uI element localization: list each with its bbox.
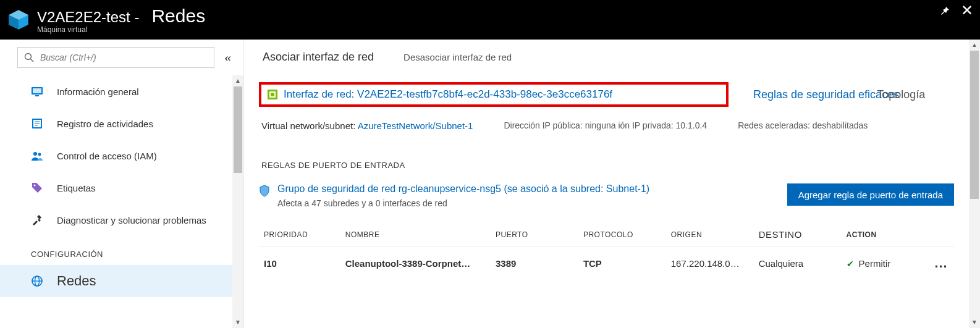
nic-info-row: Virtual network/subnet: AzureTestNetwork… [259,120,954,131]
collapse-icon[interactable]: « [219,49,236,65]
resource-name: V2AE2E2-test - [37,9,139,26]
main-content: Asociar interfaz de red Desasociar inter… [244,40,969,328]
search-icon [24,53,34,62]
svg-point-15 [34,185,36,187]
col-protocol: Protocolo [578,223,666,246]
nav-iam[interactable]: Control de acceso (IAM) [0,140,232,172]
nic-highlight-box: Interfaz de red: V2AE2E2-testfb7c8bf4-ec… [259,82,729,107]
link-nsg[interactable]: Grupo de seguridad de red rg-cleanupserv… [277,183,649,195]
scroll-thumb[interactable] [234,86,242,173]
col-name: Nombre [340,223,491,246]
sidebar-scrollbar[interactable]: ▲ ▼ [232,75,243,328]
network-icon [31,275,43,287]
col-port: Puerto [491,223,578,246]
log-icon [31,117,43,130]
nav-diagnose[interactable]: Diagnosticar y solucionar problemas [0,204,232,236]
table-row[interactable]: I10 Cleanuptool-3389-Corpnet… 3389 TCP 1… [259,246,954,280]
nav-tags[interactable]: Etiquetas [0,172,232,204]
col-action: Action [842,223,929,246]
main-scrollbar[interactable]: ▲ ▼ [969,40,980,328]
col-priority: Prioridad [259,223,340,246]
tab-associate-nic[interactable]: Asociar interfaz de red [263,51,374,64]
search-input[interactable] [40,53,208,62]
people-icon [31,149,43,162]
link-vnet-subnet[interactable]: AzureTestNetwork/Subnet-1 [358,120,473,131]
inbound-rules-table: Prioridad Nombre Puerto Protocolo Origen… [259,223,954,280]
link-topology[interactable]: Topología [877,88,925,101]
svg-point-13 [33,152,37,156]
nav-networking[interactable]: Redes [0,265,232,297]
inbound-rules-heading: REGLAS DE PUERTO DE ENTRADA [259,161,954,170]
scroll-up-icon[interactable]: ▲ [969,40,980,51]
nav-overview[interactable]: Información general [0,75,232,107]
add-inbound-rule-button[interactable]: Agregar regla de puerto de entrada [787,183,954,206]
scroll-down-icon[interactable]: ▼ [232,317,243,328]
pin-icon[interactable] [939,5,950,16]
nav-list: Información general Registro de activida… [0,75,232,328]
svg-point-3 [25,54,32,60]
scroll-down-icon[interactable]: ▼ [969,317,980,328]
nav-label: Redes [57,273,96,289]
svg-rect-21 [271,93,274,96]
nav-label: Diagnosticar y solucionar problemas [57,215,206,225]
nic-icon [268,90,277,99]
blade-section: Redes [151,6,205,27]
nav-label: Registro de actividades [57,119,153,129]
section-config-label: CONFIGURACIÓN [0,236,232,265]
svg-rect-7 [35,95,39,96]
monitor-icon [31,85,43,98]
allow-icon: ✔ [847,259,854,269]
sidebar: « Información general Registro de activi… [0,40,244,328]
nav-label: Etiquetas [57,183,96,193]
resource-type-label: Máquina virtual [37,25,205,34]
title-block: V2AE2E2-test - Redes Máquina virtual [37,6,205,34]
tab-dissociate-nic[interactable]: Desasociar interfaz de red [403,52,512,62]
nav-label: Control de acceso (IAM) [57,151,157,161]
blade-header: V2AE2E2-test - Redes Máquina virtual ✕ [0,0,980,40]
scroll-thumb[interactable] [970,51,979,199]
tag-icon [31,182,43,194]
nsg-sub: Afecta a 47 subredes y a 0 interfaces de… [277,198,649,208]
tools-icon [31,214,43,226]
svg-point-14 [38,153,41,156]
svg-line-4 [31,59,34,62]
col-destination: Destino [754,223,842,246]
shield-icon [259,185,270,196]
nav-label: Información general [57,86,139,97]
resource-cube-icon [7,9,30,31]
close-icon[interactable]: ✕ [961,5,973,16]
nav-activity-log[interactable]: Registro de actividades [0,107,232,140]
scroll-up-icon[interactable]: ▲ [232,75,243,86]
search-box[interactable] [17,47,214,68]
svg-rect-6 [33,88,41,93]
row-menu-icon[interactable]: … [934,255,948,271]
nic-link[interactable]: Interfaz de red: V2AE2E2-testfb7c8bf4-ec… [284,88,612,101]
col-source: Origen [666,223,754,246]
